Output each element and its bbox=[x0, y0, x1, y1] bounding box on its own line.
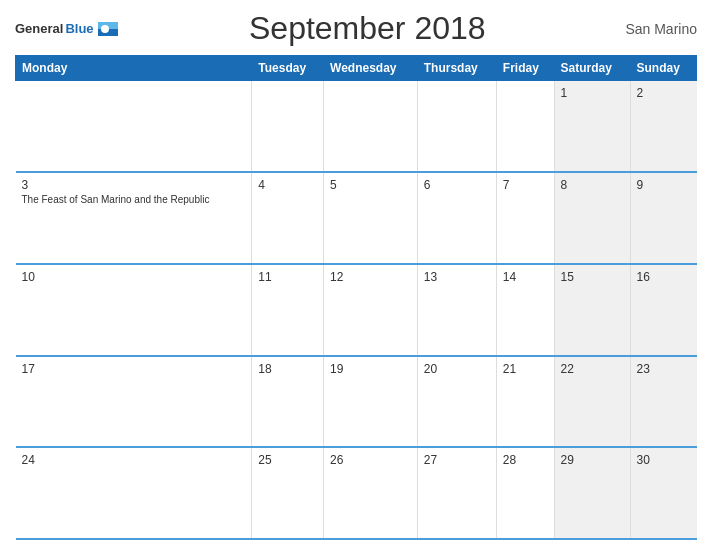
calendar-cell: 1 bbox=[554, 81, 630, 173]
calendar-cell: 19 bbox=[324, 356, 418, 448]
calendar-cell: 8 bbox=[554, 172, 630, 264]
calendar-cell bbox=[496, 81, 554, 173]
day-number: 29 bbox=[561, 453, 624, 467]
calendar-cell bbox=[417, 81, 496, 173]
day-number: 28 bbox=[503, 453, 548, 467]
calendar-header-row: MondayTuesdayWednesdayThursdayFridaySatu… bbox=[16, 56, 697, 81]
calendar-cell: 13 bbox=[417, 264, 496, 356]
calendar-cell: 29 bbox=[554, 447, 630, 539]
calendar-cell: 28 bbox=[496, 447, 554, 539]
calendar-cell bbox=[252, 81, 324, 173]
calendar-cell: 7 bbox=[496, 172, 554, 264]
calendar-cell: 27 bbox=[417, 447, 496, 539]
day-number: 21 bbox=[503, 362, 548, 376]
calendar-cell: 12 bbox=[324, 264, 418, 356]
column-header-monday: Monday bbox=[16, 56, 252, 81]
week-row-2: 3The Feast of San Marino and the Republi… bbox=[16, 172, 697, 264]
calendar-cell: 18 bbox=[252, 356, 324, 448]
day-number: 18 bbox=[258, 362, 317, 376]
column-header-wednesday: Wednesday bbox=[324, 56, 418, 81]
calendar-cell: 9 bbox=[630, 172, 697, 264]
column-header-tuesday: Tuesday bbox=[252, 56, 324, 81]
day-number: 8 bbox=[561, 178, 624, 192]
calendar-cell: 2 bbox=[630, 81, 697, 173]
calendar-cell: 3The Feast of San Marino and the Republi… bbox=[16, 172, 252, 264]
calendar-cell: 23 bbox=[630, 356, 697, 448]
calendar-cell: 26 bbox=[324, 447, 418, 539]
day-number: 22 bbox=[561, 362, 624, 376]
day-number: 30 bbox=[637, 453, 691, 467]
column-header-sunday: Sunday bbox=[630, 56, 697, 81]
calendar-cell: 17 bbox=[16, 356, 252, 448]
day-number: 7 bbox=[503, 178, 548, 192]
day-number: 10 bbox=[22, 270, 246, 284]
calendar-cell: 6 bbox=[417, 172, 496, 264]
calendar-cell bbox=[16, 81, 252, 173]
day-number: 13 bbox=[424, 270, 490, 284]
calendar-header: General Blue September 2018 San Marino bbox=[15, 10, 697, 47]
logo-general-text: General bbox=[15, 21, 63, 36]
logo: General Blue bbox=[15, 21, 118, 36]
day-number: 9 bbox=[637, 178, 691, 192]
day-number: 11 bbox=[258, 270, 317, 284]
logo-flag-icon bbox=[98, 22, 118, 36]
day-number: 4 bbox=[258, 178, 317, 192]
day-number: 6 bbox=[424, 178, 490, 192]
week-row-3: 10111213141516 bbox=[16, 264, 697, 356]
day-number: 25 bbox=[258, 453, 317, 467]
day-number: 1 bbox=[561, 86, 624, 100]
column-header-thursday: Thursday bbox=[417, 56, 496, 81]
calendar-cell: 4 bbox=[252, 172, 324, 264]
column-header-friday: Friday bbox=[496, 56, 554, 81]
country-name: San Marino bbox=[617, 21, 697, 37]
day-number: 5 bbox=[330, 178, 411, 192]
day-number: 19 bbox=[330, 362, 411, 376]
calendar-cell: 10 bbox=[16, 264, 252, 356]
calendar-cell: 20 bbox=[417, 356, 496, 448]
day-number: 3 bbox=[22, 178, 246, 192]
calendar-cell: 25 bbox=[252, 447, 324, 539]
calendar-cell: 30 bbox=[630, 447, 697, 539]
week-row-4: 17181920212223 bbox=[16, 356, 697, 448]
day-number: 24 bbox=[22, 453, 246, 467]
calendar-cell: 5 bbox=[324, 172, 418, 264]
day-number: 20 bbox=[424, 362, 490, 376]
day-number: 26 bbox=[330, 453, 411, 467]
column-header-saturday: Saturday bbox=[554, 56, 630, 81]
day-number: 23 bbox=[637, 362, 691, 376]
calendar-cell: 14 bbox=[496, 264, 554, 356]
calendar-cell: 21 bbox=[496, 356, 554, 448]
calendar-table: MondayTuesdayWednesdayThursdayFridaySatu… bbox=[15, 55, 697, 540]
day-number: 15 bbox=[561, 270, 624, 284]
calendar-title: September 2018 bbox=[118, 10, 617, 47]
week-row-1: 12 bbox=[16, 81, 697, 173]
calendar-cell: 24 bbox=[16, 447, 252, 539]
day-number: 12 bbox=[330, 270, 411, 284]
day-number: 14 bbox=[503, 270, 548, 284]
calendar-cell: 15 bbox=[554, 264, 630, 356]
calendar-cell: 22 bbox=[554, 356, 630, 448]
day-number: 27 bbox=[424, 453, 490, 467]
week-row-5: 24252627282930 bbox=[16, 447, 697, 539]
day-number: 16 bbox=[637, 270, 691, 284]
day-number: 2 bbox=[637, 86, 691, 100]
calendar-cell: 16 bbox=[630, 264, 697, 356]
event-text: The Feast of San Marino and the Republic bbox=[22, 194, 210, 205]
calendar-cell: 11 bbox=[252, 264, 324, 356]
logo-blue-text: Blue bbox=[65, 21, 93, 36]
calendar-cell bbox=[324, 81, 418, 173]
day-number: 17 bbox=[22, 362, 246, 376]
